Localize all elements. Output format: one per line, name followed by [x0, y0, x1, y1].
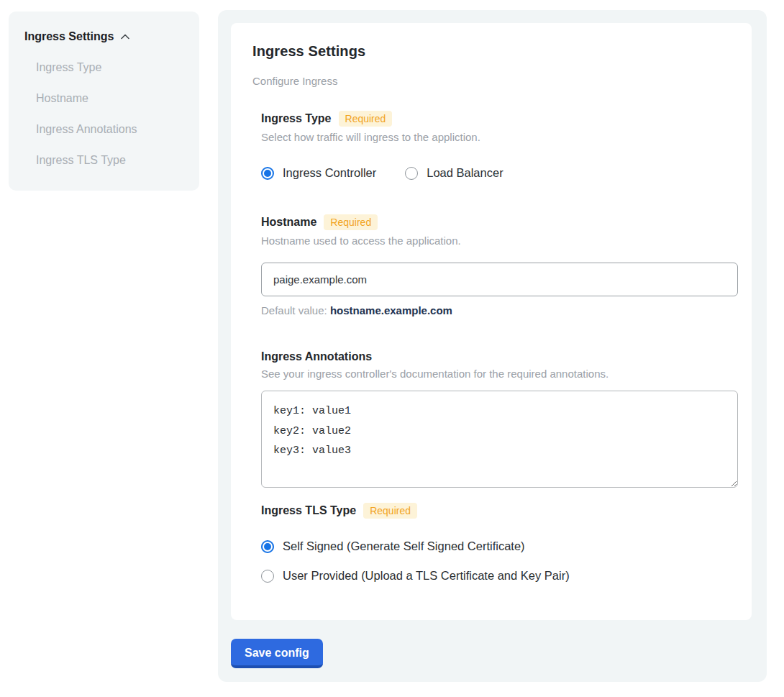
hostname-label: Hostname	[261, 216, 316, 229]
radio-label: Ingress Controller	[283, 166, 376, 180]
default-value-label: Default value:	[261, 304, 330, 316]
radio-self-signed[interactable]: Self Signed (Generate Self Signed Certif…	[261, 539, 730, 553]
radio-load-balancer[interactable]: Load Balancer	[405, 166, 503, 180]
default-value-text: hostname.example.com	[330, 304, 452, 316]
sidebar-item-hostname[interactable]: Hostname	[36, 92, 183, 105]
page-subtitle: Configure Ingress	[252, 75, 730, 87]
required-badge: Required	[339, 111, 393, 127]
ingress-type-radio-group: Ingress Controller Load Balancer	[261, 166, 730, 180]
ingress-tls-type-radio-group: Self Signed (Generate Self Signed Certif…	[261, 539, 730, 583]
ingress-annotations-section: Ingress Annotations See your ingress con…	[261, 350, 730, 488]
radio-circle-icon[interactable]	[261, 540, 274, 553]
ingress-annotations-description: See your ingress controller's documentat…	[261, 368, 730, 380]
ingress-settings-card: Ingress Settings Configure Ingress Ingre…	[231, 23, 752, 620]
ingress-tls-type-section: Ingress TLS Type Required Self Signed (G…	[261, 503, 730, 583]
ingress-annotations-textarea[interactable]: key1: value1 key2: value2 key3: value3	[261, 391, 738, 488]
save-config-button[interactable]: Save config	[231, 639, 323, 668]
main-panel: Ingress Settings Configure Ingress Ingre…	[218, 10, 767, 682]
chevron-up-icon	[119, 31, 131, 42]
required-badge: Required	[363, 503, 417, 519]
radio-ingress-controller[interactable]: Ingress Controller	[261, 166, 376, 180]
page-title: Ingress Settings	[252, 43, 730, 60]
sidebar-section-label: Ingress Settings	[24, 30, 114, 43]
hostname-default-row: Default value: hostname.example.com	[261, 304, 730, 316]
ingress-type-label: Ingress Type	[261, 112, 332, 125]
hostname-section: Hostname Required Hostname used to acces…	[261, 214, 730, 316]
hostname-input[interactable]	[261, 263, 738, 296]
radio-label: Self Signed (Generate Self Signed Certif…	[283, 539, 525, 553]
radio-label: User Provided (Upload a TLS Certificate …	[283, 569, 570, 583]
required-badge: Required	[324, 214, 378, 230]
radio-user-provided[interactable]: User Provided (Upload a TLS Certificate …	[261, 569, 730, 583]
radio-circle-icon[interactable]	[261, 570, 274, 583]
sidebar-item-ingress-annotations[interactable]: Ingress Annotations	[36, 123, 183, 136]
ingress-annotations-label: Ingress Annotations	[261, 350, 372, 363]
radio-label: Load Balancer	[427, 166, 503, 180]
sidebar-item-ingress-type[interactable]: Ingress Type	[36, 61, 183, 74]
hostname-description: Hostname used to access the application.	[261, 234, 730, 247]
radio-circle-icon[interactable]	[261, 167, 274, 180]
ingress-type-section: Ingress Type Required Select how traffic…	[261, 111, 730, 180]
radio-circle-icon[interactable]	[405, 167, 418, 180]
settings-sidebar: Ingress Settings Ingress Type Hostname I…	[9, 12, 199, 191]
sidebar-item-ingress-tls-type[interactable]: Ingress TLS Type	[36, 154, 183, 167]
ingress-tls-type-label: Ingress TLS Type	[261, 504, 356, 517]
ingress-type-description: Select how traffic will ingress to the a…	[261, 131, 730, 143]
sidebar-section-ingress-settings[interactable]: Ingress Settings	[24, 30, 183, 43]
